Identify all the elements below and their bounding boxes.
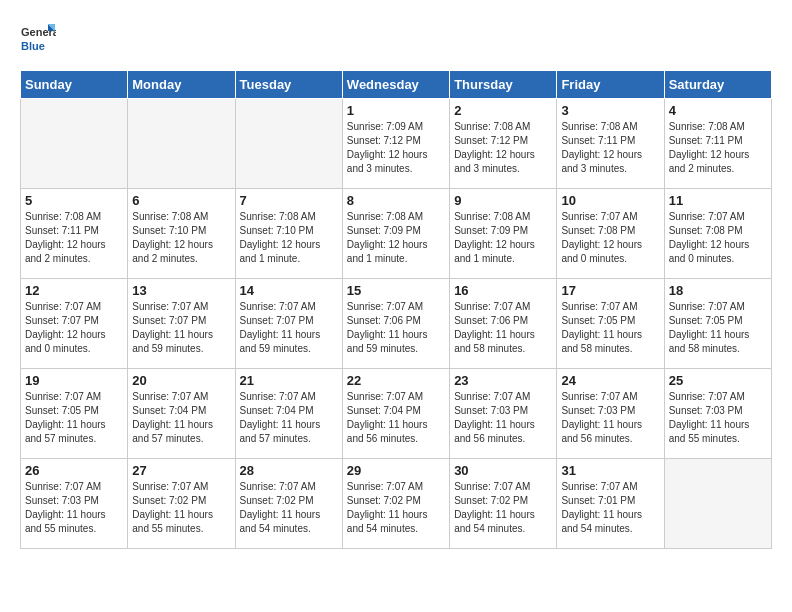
day-number: 23 bbox=[454, 373, 552, 388]
day-number: 13 bbox=[132, 283, 230, 298]
calendar-cell bbox=[235, 98, 342, 188]
day-info: Sunrise: 7:07 AM Sunset: 7:03 PM Dayligh… bbox=[25, 480, 123, 536]
calendar-cell: 20Sunrise: 7:07 AM Sunset: 7:04 PM Dayli… bbox=[128, 368, 235, 458]
day-number: 25 bbox=[669, 373, 767, 388]
day-number: 18 bbox=[669, 283, 767, 298]
day-info: Sunrise: 7:08 AM Sunset: 7:11 PM Dayligh… bbox=[25, 210, 123, 266]
week-row-1: 1Sunrise: 7:09 AM Sunset: 7:12 PM Daylig… bbox=[21, 98, 772, 188]
calendar-cell: 13Sunrise: 7:07 AM Sunset: 7:07 PM Dayli… bbox=[128, 278, 235, 368]
calendar-cell: 7Sunrise: 7:08 AM Sunset: 7:10 PM Daylig… bbox=[235, 188, 342, 278]
weekday-header-tuesday: Tuesday bbox=[235, 70, 342, 98]
calendar-cell: 17Sunrise: 7:07 AM Sunset: 7:05 PM Dayli… bbox=[557, 278, 664, 368]
day-info: Sunrise: 7:07 AM Sunset: 7:04 PM Dayligh… bbox=[347, 390, 445, 446]
day-number: 11 bbox=[669, 193, 767, 208]
calendar-cell bbox=[664, 458, 771, 548]
day-number: 10 bbox=[561, 193, 659, 208]
day-info: Sunrise: 7:09 AM Sunset: 7:12 PM Dayligh… bbox=[347, 120, 445, 176]
calendar-cell: 31Sunrise: 7:07 AM Sunset: 7:01 PM Dayli… bbox=[557, 458, 664, 548]
day-info: Sunrise: 7:07 AM Sunset: 7:05 PM Dayligh… bbox=[561, 300, 659, 356]
week-row-5: 26Sunrise: 7:07 AM Sunset: 7:03 PM Dayli… bbox=[21, 458, 772, 548]
day-number: 28 bbox=[240, 463, 338, 478]
calendar-cell: 25Sunrise: 7:07 AM Sunset: 7:03 PM Dayli… bbox=[664, 368, 771, 458]
day-number: 30 bbox=[454, 463, 552, 478]
day-info: Sunrise: 7:07 AM Sunset: 7:05 PM Dayligh… bbox=[25, 390, 123, 446]
day-info: Sunrise: 7:07 AM Sunset: 7:06 PM Dayligh… bbox=[454, 300, 552, 356]
calendar-cell bbox=[128, 98, 235, 188]
calendar-cell: 1Sunrise: 7:09 AM Sunset: 7:12 PM Daylig… bbox=[342, 98, 449, 188]
day-number: 16 bbox=[454, 283, 552, 298]
week-row-2: 5Sunrise: 7:08 AM Sunset: 7:11 PM Daylig… bbox=[21, 188, 772, 278]
weekday-header-friday: Friday bbox=[557, 70, 664, 98]
day-info: Sunrise: 7:08 AM Sunset: 7:11 PM Dayligh… bbox=[561, 120, 659, 176]
day-number: 1 bbox=[347, 103, 445, 118]
calendar-cell: 12Sunrise: 7:07 AM Sunset: 7:07 PM Dayli… bbox=[21, 278, 128, 368]
calendar-cell: 2Sunrise: 7:08 AM Sunset: 7:12 PM Daylig… bbox=[450, 98, 557, 188]
calendar-cell: 4Sunrise: 7:08 AM Sunset: 7:11 PM Daylig… bbox=[664, 98, 771, 188]
page-header: General Blue bbox=[20, 20, 772, 60]
weekday-header-wednesday: Wednesday bbox=[342, 70, 449, 98]
day-number: 8 bbox=[347, 193, 445, 208]
day-number: 17 bbox=[561, 283, 659, 298]
calendar-cell bbox=[21, 98, 128, 188]
day-number: 4 bbox=[669, 103, 767, 118]
day-number: 9 bbox=[454, 193, 552, 208]
day-info: Sunrise: 7:07 AM Sunset: 7:08 PM Dayligh… bbox=[669, 210, 767, 266]
day-number: 6 bbox=[132, 193, 230, 208]
day-number: 27 bbox=[132, 463, 230, 478]
day-info: Sunrise: 7:07 AM Sunset: 7:03 PM Dayligh… bbox=[669, 390, 767, 446]
day-number: 29 bbox=[347, 463, 445, 478]
day-info: Sunrise: 7:07 AM Sunset: 7:06 PM Dayligh… bbox=[347, 300, 445, 356]
day-info: Sunrise: 7:07 AM Sunset: 7:02 PM Dayligh… bbox=[347, 480, 445, 536]
calendar-cell: 23Sunrise: 7:07 AM Sunset: 7:03 PM Dayli… bbox=[450, 368, 557, 458]
day-number: 7 bbox=[240, 193, 338, 208]
week-row-3: 12Sunrise: 7:07 AM Sunset: 7:07 PM Dayli… bbox=[21, 278, 772, 368]
day-number: 12 bbox=[25, 283, 123, 298]
logo-svg: General Blue bbox=[20, 20, 56, 56]
day-info: Sunrise: 7:07 AM Sunset: 7:02 PM Dayligh… bbox=[132, 480, 230, 536]
calendar-cell: 26Sunrise: 7:07 AM Sunset: 7:03 PM Dayli… bbox=[21, 458, 128, 548]
svg-text:Blue: Blue bbox=[21, 40, 45, 52]
calendar-cell: 28Sunrise: 7:07 AM Sunset: 7:02 PM Dayli… bbox=[235, 458, 342, 548]
day-number: 15 bbox=[347, 283, 445, 298]
calendar-cell: 8Sunrise: 7:08 AM Sunset: 7:09 PM Daylig… bbox=[342, 188, 449, 278]
calendar-cell: 24Sunrise: 7:07 AM Sunset: 7:03 PM Dayli… bbox=[557, 368, 664, 458]
day-number: 2 bbox=[454, 103, 552, 118]
weekday-header-monday: Monday bbox=[128, 70, 235, 98]
day-number: 31 bbox=[561, 463, 659, 478]
calendar-cell: 6Sunrise: 7:08 AM Sunset: 7:10 PM Daylig… bbox=[128, 188, 235, 278]
calendar-cell: 29Sunrise: 7:07 AM Sunset: 7:02 PM Dayli… bbox=[342, 458, 449, 548]
day-info: Sunrise: 7:08 AM Sunset: 7:09 PM Dayligh… bbox=[454, 210, 552, 266]
day-info: Sunrise: 7:08 AM Sunset: 7:09 PM Dayligh… bbox=[347, 210, 445, 266]
day-number: 21 bbox=[240, 373, 338, 388]
day-info: Sunrise: 7:08 AM Sunset: 7:12 PM Dayligh… bbox=[454, 120, 552, 176]
day-info: Sunrise: 7:07 AM Sunset: 7:07 PM Dayligh… bbox=[240, 300, 338, 356]
weekday-header-sunday: Sunday bbox=[21, 70, 128, 98]
day-info: Sunrise: 7:07 AM Sunset: 7:07 PM Dayligh… bbox=[25, 300, 123, 356]
calendar-table: SundayMondayTuesdayWednesdayThursdayFrid… bbox=[20, 70, 772, 549]
day-info: Sunrise: 7:07 AM Sunset: 7:01 PM Dayligh… bbox=[561, 480, 659, 536]
calendar-cell: 22Sunrise: 7:07 AM Sunset: 7:04 PM Dayli… bbox=[342, 368, 449, 458]
day-info: Sunrise: 7:07 AM Sunset: 7:02 PM Dayligh… bbox=[240, 480, 338, 536]
day-number: 5 bbox=[25, 193, 123, 208]
day-number: 24 bbox=[561, 373, 659, 388]
day-number: 3 bbox=[561, 103, 659, 118]
week-row-4: 19Sunrise: 7:07 AM Sunset: 7:05 PM Dayli… bbox=[21, 368, 772, 458]
weekday-header-saturday: Saturday bbox=[664, 70, 771, 98]
day-info: Sunrise: 7:08 AM Sunset: 7:11 PM Dayligh… bbox=[669, 120, 767, 176]
day-number: 19 bbox=[25, 373, 123, 388]
day-info: Sunrise: 7:07 AM Sunset: 7:05 PM Dayligh… bbox=[669, 300, 767, 356]
day-info: Sunrise: 7:07 AM Sunset: 7:03 PM Dayligh… bbox=[561, 390, 659, 446]
day-number: 26 bbox=[25, 463, 123, 478]
calendar-cell: 3Sunrise: 7:08 AM Sunset: 7:11 PM Daylig… bbox=[557, 98, 664, 188]
day-info: Sunrise: 7:07 AM Sunset: 7:07 PM Dayligh… bbox=[132, 300, 230, 356]
calendar-cell: 14Sunrise: 7:07 AM Sunset: 7:07 PM Dayli… bbox=[235, 278, 342, 368]
day-info: Sunrise: 7:07 AM Sunset: 7:02 PM Dayligh… bbox=[454, 480, 552, 536]
day-info: Sunrise: 7:07 AM Sunset: 7:04 PM Dayligh… bbox=[132, 390, 230, 446]
calendar-cell: 9Sunrise: 7:08 AM Sunset: 7:09 PM Daylig… bbox=[450, 188, 557, 278]
day-info: Sunrise: 7:07 AM Sunset: 7:03 PM Dayligh… bbox=[454, 390, 552, 446]
calendar-cell: 11Sunrise: 7:07 AM Sunset: 7:08 PM Dayli… bbox=[664, 188, 771, 278]
calendar-cell: 15Sunrise: 7:07 AM Sunset: 7:06 PM Dayli… bbox=[342, 278, 449, 368]
calendar-cell: 16Sunrise: 7:07 AM Sunset: 7:06 PM Dayli… bbox=[450, 278, 557, 368]
calendar-cell: 21Sunrise: 7:07 AM Sunset: 7:04 PM Dayli… bbox=[235, 368, 342, 458]
weekday-header-thursday: Thursday bbox=[450, 70, 557, 98]
